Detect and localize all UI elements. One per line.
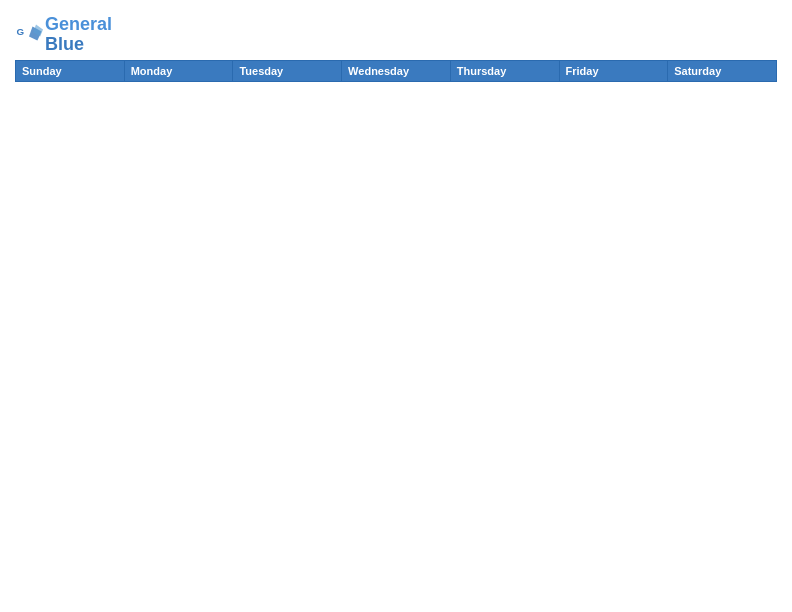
logo: G General Blue [15, 15, 112, 55]
weekday-header-saturday: Saturday [668, 60, 777, 81]
weekday-header-monday: Monday [124, 60, 233, 81]
weekday-header-wednesday: Wednesday [342, 60, 451, 81]
header: G General Blue [15, 10, 777, 55]
calendar-table: SundayMondayTuesdayWednesdayThursdayFrid… [15, 60, 777, 82]
weekday-header-friday: Friday [559, 60, 668, 81]
svg-text:G: G [16, 26, 24, 37]
weekday-header-row: SundayMondayTuesdayWednesdayThursdayFrid… [16, 60, 777, 81]
page-container: G General Blue SundayMondayTuesdayWednes… [0, 0, 792, 92]
weekday-header-sunday: Sunday [16, 60, 125, 81]
logo-text: General Blue [45, 15, 112, 55]
weekday-header-tuesday: Tuesday [233, 60, 342, 81]
logo-icon: G [15, 21, 43, 49]
weekday-header-thursday: Thursday [450, 60, 559, 81]
